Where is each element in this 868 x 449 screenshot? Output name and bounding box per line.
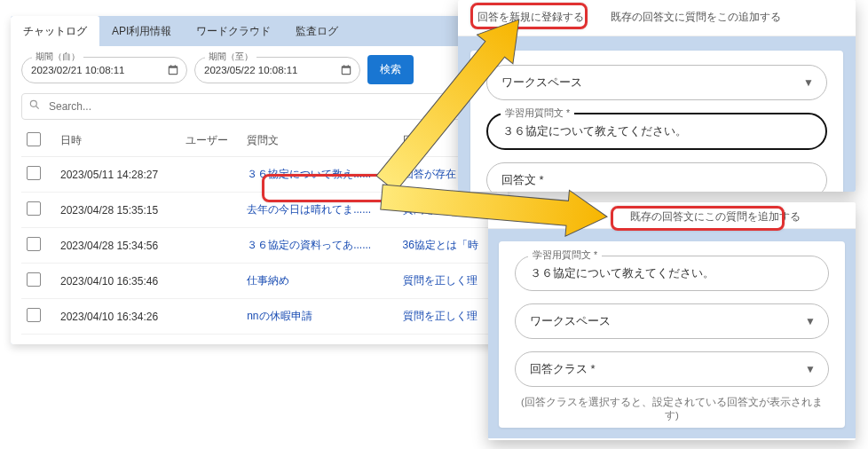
answer-text-input[interactable]: 回答文 * <box>486 162 827 192</box>
row-checkbox[interactable] <box>27 237 41 251</box>
cell-answer[interactable]: 36協定とは「時 <box>398 228 497 264</box>
row-checkbox[interactable] <box>27 201 41 216</box>
chevron-down-icon: ▼ <box>805 315 816 327</box>
cell-user <box>180 157 241 193</box>
cell-datetime: 2023/04/10 16:35:46 <box>55 264 180 299</box>
workspace-label: ワークスペース <box>501 75 582 89</box>
training-question-label: 学習用質問文 * <box>501 107 574 120</box>
date-to-field[interactable]: 期間（至） <box>194 57 360 83</box>
row-checkbox[interactable] <box>27 308 41 322</box>
table-row[interactable]: 2023/04/10 16:35:46仕事納め質問を正しく理 <box>21 264 497 299</box>
col-question: 質問文 <box>241 125 397 157</box>
cell-question[interactable]: nnの休暇申請 <box>241 299 397 335</box>
cell-user <box>180 193 241 228</box>
svg-line-1 <box>36 106 39 109</box>
search-icon <box>28 98 41 114</box>
tab-api[interactable]: API利用情報 <box>99 16 184 46</box>
date-from-field[interactable]: 期間（自） <box>21 57 187 83</box>
cell-datetime: 2023/04/28 15:35:15 <box>55 193 180 228</box>
svg-point-0 <box>30 100 36 106</box>
workspace-label-2: ワークスペース <box>530 314 611 327</box>
answer-class-select[interactable]: 回答クラス * ▼ <box>515 351 829 387</box>
workspace-select-2[interactable]: ワークスペース ▼ <box>515 303 829 339</box>
tab-chatlog[interactable]: チャットログ <box>11 16 99 46</box>
tab-add-existing[interactable]: 既存の回答文にこの質問を追加する <box>630 209 801 224</box>
tab-register-new[interactable]: 回答を新規に登録する <box>476 7 586 30</box>
cell-answer[interactable]: 質問を正しく理 <box>398 264 497 299</box>
cell-datetime: 2023/04/28 15:34:56 <box>55 228 180 264</box>
chevron-down-icon: ▼ <box>805 363 816 375</box>
tab-audit[interactable]: 監査ログ <box>283 16 351 46</box>
training-question-value-2: ３６協定について教えてください。 <box>530 266 714 280</box>
table-row[interactable]: 2023/04/28 15:35:15去年の今日は晴れてま......質問を正し… <box>21 193 497 228</box>
cell-question[interactable]: ３６協定の資料ってあ...... <box>241 228 397 264</box>
training-question-label-2: 学習用質問文 * <box>528 249 602 262</box>
workspace-select[interactable]: ワークスペース ▼ <box>486 65 827 100</box>
answer-class-hint: (回答クラスを選択すると、設定されている回答文が表示されます) <box>515 396 829 422</box>
answer-class-label: 回答クラス * <box>530 362 596 375</box>
cell-question[interactable]: 去年の今日は晴れてま...... <box>241 193 397 228</box>
cell-question[interactable]: ３６協定について教え...... <box>241 157 397 193</box>
answer-text-label: 回答文 * <box>501 173 544 186</box>
row-checkbox[interactable] <box>27 166 41 180</box>
training-question-input-2[interactable]: 学習用質問文 * ３６協定について教えてください。 <box>515 256 829 291</box>
cell-answer[interactable]: 質問を正しく理 <box>398 193 497 228</box>
cell-answer[interactable]: 質問を正しく理 <box>398 299 497 335</box>
select-all-checkbox[interactable] <box>27 132 41 146</box>
register-answer-panel: 回答を新規に登録する 既存の回答文に質問をこの追加する ワークスペース ▼ 学習… <box>458 0 856 192</box>
top-tabs: チャットログ API利用情報 ワードクラウド 監査ログ <box>11 16 508 46</box>
table-row[interactable]: 2023/05/11 14:28:27３６協定について教え......回答が存在… <box>21 157 497 193</box>
cell-user <box>180 228 241 264</box>
cell-datetime: 2023/04/10 16:34:26 <box>55 299 180 335</box>
add-to-existing-panel: 回答を新規に登録する 既存の回答文にこの質問を追加する 学習用質問文 * ３６協… <box>488 202 856 440</box>
cell-user <box>180 264 241 299</box>
search-button[interactable]: 検索 <box>367 55 414 84</box>
date-from-label: 期間（自） <box>32 51 83 63</box>
date-to-label: 期間（至） <box>205 51 256 63</box>
chatlog-panel: チャットログ API利用情報 ワードクラウド 監査ログ 期間（自） 期間（至） … <box>11 16 508 344</box>
table-row[interactable]: 2023/04/10 16:34:26nnの休暇申請質問を正しく理 <box>21 299 497 335</box>
cell-user <box>180 299 241 335</box>
training-question-value: ３６協定について教えてください。 <box>502 124 687 138</box>
search-input[interactable] <box>21 93 497 120</box>
col-user: ユーザー <box>180 125 241 157</box>
table-row[interactable]: 2023/04/28 15:34:56３６協定の資料ってあ......36協定と… <box>21 228 497 264</box>
chatlog-table: 日時 ユーザー 質問文 回答 2023/05/11 14:28:27３６協定につ… <box>21 125 497 335</box>
training-question-input[interactable]: 学習用質問文 * ３６協定について教えてください。 <box>486 113 827 150</box>
cell-datetime: 2023/05/11 14:28:27 <box>55 157 180 193</box>
row-checkbox[interactable] <box>27 272 41 287</box>
tab-register-existing[interactable]: 既存の回答文に質問をこの追加する <box>609 7 783 30</box>
col-datetime: 日時 <box>55 125 180 157</box>
cell-question[interactable]: 仕事納め <box>241 264 397 299</box>
tab-wordcloud[interactable]: ワードクラウド <box>184 16 283 46</box>
chevron-down-icon: ▼ <box>803 76 814 89</box>
